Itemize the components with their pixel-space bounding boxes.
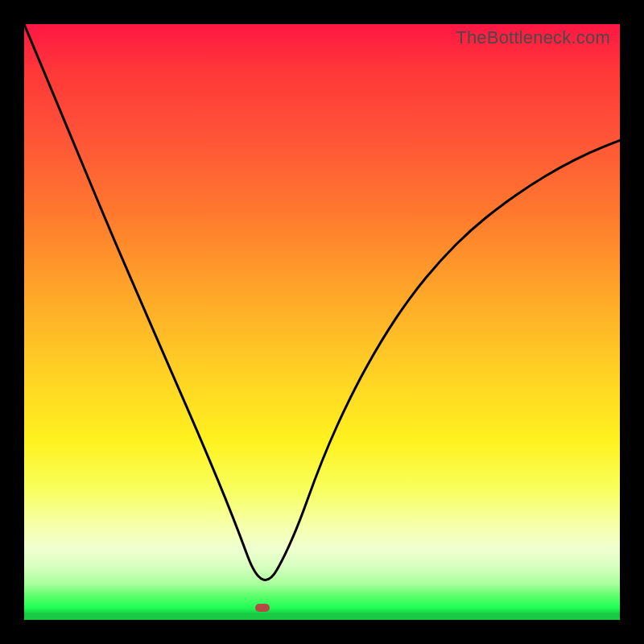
watermark-text: TheBottleneck.com — [456, 27, 610, 48]
bottleneck-curve — [24, 24, 620, 620]
chart-frame: TheBottleneck.com — [0, 0, 644, 644]
plot-area: TheBottleneck.com — [24, 24, 620, 620]
minimum-point-marker — [255, 604, 270, 612]
